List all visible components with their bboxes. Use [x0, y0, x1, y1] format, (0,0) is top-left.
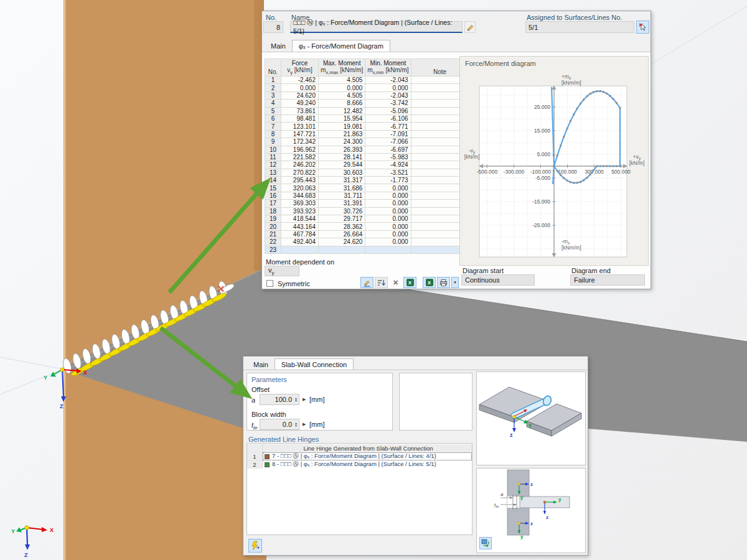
- table-row[interactable]: 324.6204.505-2.043: [265, 91, 469, 99]
- table-row[interactable]: 10196.96226.393-6.697: [265, 146, 469, 153]
- hinge-3d-drawing: y z: [477, 372, 585, 465]
- global-coordinate-system: X Y Z: [11, 526, 54, 558]
- refresh-view-button[interactable]: [479, 537, 492, 549]
- table-row[interactable]: 573.86112.482-5.096: [265, 107, 469, 114]
- empty-group: [399, 373, 472, 431]
- dialog1-tabbar: Main φₓ - Force/Moment Diagram: [265, 39, 390, 52]
- parameters-label: Parameters: [251, 376, 287, 383]
- tab-main-2[interactable]: Main: [247, 359, 275, 370]
- pick-objects-button[interactable]: [636, 21, 649, 34]
- generate-lightning-icon: [250, 541, 260, 551]
- generated-line-hinges-table[interactable]: Line Hinge Generated from Slab-Wall Conn…: [247, 443, 472, 535]
- svg-text:-5.000: -5.000: [535, 175, 550, 181]
- tab-main[interactable]: Main: [265, 40, 292, 52]
- edit-table-button[interactable]: [360, 277, 374, 288]
- force-moment-table[interactable]: No.Forcevy [kN/m]Max. Momentmx,max [kNm/…: [265, 58, 469, 254]
- table-row[interactable]: 21467.78426.6640.000: [265, 230, 469, 238]
- offset-input[interactable]: 100.0 ▲▼: [260, 394, 299, 405]
- table-row[interactable]: 12246.20229.544-4.924: [265, 161, 469, 169]
- generate-hinges-button[interactable]: [248, 539, 262, 553]
- tab-force-moment-diagram[interactable]: φₓ - Force/Moment Diagram: [292, 40, 390, 52]
- symmetric-checkbox[interactable]: [266, 280, 273, 287]
- spinner-arrows-icon[interactable]: ▲▼: [294, 422, 298, 427]
- refresh-picture-icon: [481, 539, 490, 548]
- table-row[interactable]: 16344.68331.7110.000: [265, 192, 469, 199]
- slab-wall-connection-dialog: Main Slab-Wall Connection Parameters Off…: [243, 356, 588, 556]
- global-axis-x-label: X: [50, 527, 54, 533]
- application-viewport: { "viewport": { "wall_color": "#c9955c",…: [0, 0, 747, 560]
- table-row[interactable]: 698.48115.954-6.106: [265, 114, 469, 122]
- global-origin-dot: [25, 526, 29, 530]
- toolbar-gap: [418, 277, 423, 288]
- hinge-color-swatch: [265, 454, 270, 459]
- table-row[interactable]: 20.0000.0000.000: [265, 84, 469, 91]
- name-input[interactable]: □□□ Ⓝ | φₓ : Force/Moment Diagram | (Sur…: [290, 21, 463, 33]
- table-row[interactable]: 19418.54429.7170.000: [265, 215, 469, 223]
- hinge-number-field: 8: [263, 21, 283, 33]
- svg-text:500.000: 500.000: [611, 169, 631, 175]
- chart-title: Force/Moment diagram: [465, 60, 536, 67]
- chevron-down-icon: ▼: [453, 281, 457, 284]
- generated-hinge-row[interactable]: 2 8 - □□□ Ⓝ | φₓ : Force/Moment Diagram …: [247, 460, 472, 469]
- table-row[interactable]: 8147.72121.863-7.091: [265, 130, 469, 138]
- svg-text:-500.000: -500.000: [477, 169, 498, 175]
- svg-text:[kN/m]: [kN/m]: [464, 154, 480, 160]
- line-hinge-dialog: No. 8 Name □□□ Ⓝ | φₓ : Force/Moment Dia…: [261, 11, 651, 289]
- dim-tbr-label: tbr: [494, 502, 500, 508]
- column-header: Max. Momentmx,max [kNm/m]: [319, 59, 365, 77]
- svg-text:[kNm/m]: [kNm/m]: [561, 245, 581, 251]
- table-row[interactable]: 20443.16428.3620.000: [265, 223, 469, 230]
- block-width-input[interactable]: 0.0 ▲▼: [260, 419, 299, 430]
- local-axis-z-label: Z: [60, 403, 63, 409]
- column-header: No.: [265, 59, 281, 77]
- table-row[interactable]: 17369.30331.3910.000: [265, 200, 469, 207]
- no-label: No.: [266, 14, 276, 21]
- unit-arrow-icon[interactable]: ▶: [303, 422, 306, 427]
- print-button[interactable]: [437, 277, 450, 288]
- unit-arrow-icon[interactable]: ▶: [303, 397, 306, 402]
- svg-text:5.000: 5.000: [537, 151, 551, 157]
- svg-text:25.000: 25.000: [534, 104, 550, 110]
- table-row[interactable]: 11221.58228.141-5.983: [265, 153, 469, 161]
- sort-rows-button[interactable]: [375, 277, 388, 288]
- table-row[interactable]: 9172.34224.300-7.066: [265, 138, 469, 146]
- excel-import-button[interactable]: X: [403, 277, 416, 288]
- global-axis-y-label: Y: [11, 528, 15, 534]
- spinner-arrows-icon[interactable]: ▲▼: [294, 397, 298, 402]
- table-row[interactable]: 14295.44331.317-1.773: [265, 177, 469, 184]
- illus-z-label: z: [510, 432, 513, 438]
- block-width-symbol: tbr: [251, 421, 258, 431]
- table-row[interactable]: 18393.92330.7260.000: [265, 207, 469, 215]
- connection-section-illustration: a tbr z y y z: [476, 468, 586, 553]
- table-row[interactable]: 449.2408.666-3.742: [265, 100, 469, 107]
- table-row[interactable]: 13270.82230.603-3.521: [265, 169, 469, 176]
- delete-rows-button[interactable]: ×: [389, 277, 402, 288]
- parameters-group: Parameters Offset a 100.0 ▲▼ ▶ [mm] Bloc…: [247, 373, 393, 431]
- excel-export-button[interactable]: X: [423, 277, 436, 288]
- offset-label: Offset: [251, 386, 270, 393]
- assigned-input[interactable]: 5/1: [525, 21, 634, 33]
- diagram-start-combo[interactable]: Continuous: [461, 274, 535, 286]
- sort-descending-icon: [377, 279, 385, 287]
- moment-dependent-combo[interactable]: vy: [265, 266, 299, 276]
- moment-dependent-label: Moment dependent on: [266, 258, 334, 266]
- printer-icon: [439, 279, 448, 287]
- rename-button[interactable]: [464, 21, 476, 33]
- table-row[interactable]: 7123.10119.081-6.771: [265, 123, 469, 130]
- hinge-3d-illustration: y z: [476, 371, 586, 465]
- table-row[interactable]: 22492.40424.6200.000: [265, 238, 469, 246]
- table-row[interactable]: 1-2.4624.505-2.043: [265, 77, 469, 84]
- hinge-row-text: 8 - □□□ Ⓝ | φₓ : Force/Moment Diagram | …: [272, 460, 436, 469]
- table-row-new[interactable]: 23: [265, 246, 469, 253]
- table-row[interactable]: 15320.06331.6860.000: [265, 184, 469, 192]
- section-drawing: a tbr z y y z: [477, 469, 585, 553]
- generated-hinge-row[interactable]: 1 7 - □□□ Ⓝ | φₓ : Force/Moment Diagram …: [247, 452, 472, 460]
- tab-slab-wall-connection[interactable]: Slab-Wall Connection: [275, 358, 354, 370]
- print-dropdown-button[interactable]: ▼: [451, 277, 459, 288]
- excel-icon: X: [406, 279, 414, 286]
- wall-surface[interactable]: [63, 0, 266, 560]
- diagram-end-label: Diagram end: [571, 267, 611, 274]
- diagram-end-combo[interactable]: Failure: [570, 274, 645, 286]
- block-width-value: 0.0: [283, 421, 292, 428]
- local-origin-dot: [60, 368, 64, 371]
